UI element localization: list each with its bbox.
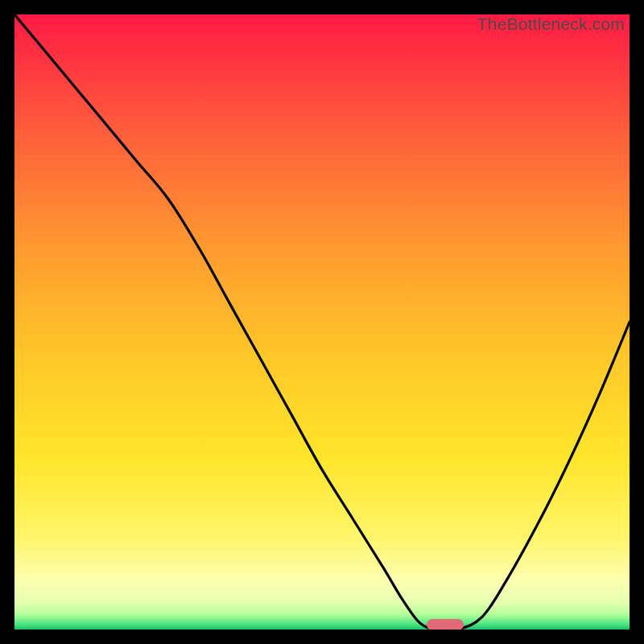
plot-area: TheBottleneck.com	[14, 14, 630, 630]
highlight-marker	[427, 619, 464, 630]
curve-line	[14, 14, 630, 630]
chart-container: TheBottleneck.com	[0, 0, 644, 644]
watermark-label: TheBottleneck.com	[477, 14, 625, 34]
